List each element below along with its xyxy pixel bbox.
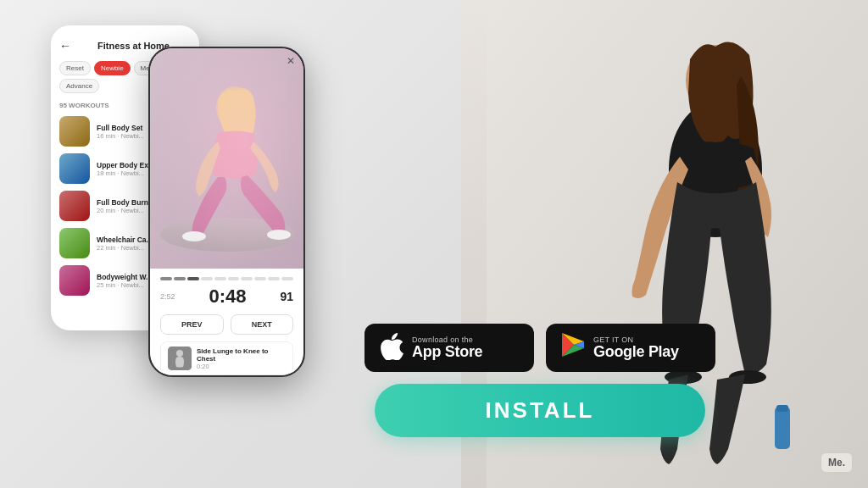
store-buttons: Download on the App Store GET IT ON Goog… xyxy=(364,324,715,372)
google-play-name: Google Play xyxy=(593,344,679,361)
apple-icon xyxy=(380,333,403,363)
nav-buttons: PREV NEXT xyxy=(160,314,293,335)
workout-meta: 18 min · Newbi... xyxy=(97,169,154,177)
next-exercise-duration: 0:20 xyxy=(197,363,286,370)
progress-segment xyxy=(187,277,199,280)
phone-front: ✕ 2:52 0:48 91 PREV xyxy=(148,47,305,377)
workout-thumbnail xyxy=(59,228,90,258)
progress-segment xyxy=(214,277,226,280)
progress-segment xyxy=(174,277,186,280)
progress-segment xyxy=(160,277,172,280)
svg-rect-6 xyxy=(776,405,788,412)
elapsed-time: 2:52 xyxy=(160,292,175,301)
rep-counter: 91 xyxy=(280,290,293,303)
filter-advance[interactable]: Advance xyxy=(59,79,99,93)
app-store-text: Download on the App Store xyxy=(412,336,482,361)
next-exercise-thumbnail xyxy=(168,347,192,370)
me-badge: Me. xyxy=(821,452,853,473)
workout-title: Bodyweight W... xyxy=(97,273,152,281)
next-button[interactable]: NEXT xyxy=(231,314,294,335)
install-button[interactable]: INSTALL xyxy=(375,384,705,437)
app-store-name: App Store xyxy=(412,344,482,361)
back-arrow-icon: ← xyxy=(59,39,71,53)
workout-meta: 16 min · Newbi... xyxy=(97,132,144,140)
workout-thumbnail xyxy=(59,153,90,184)
filter-reset[interactable]: Reset xyxy=(59,61,91,75)
workout-title: Upper Body Ex... xyxy=(97,161,154,169)
workout-meta: 20 min · Newbi... xyxy=(97,207,148,214)
filter-newbie[interactable]: Newbie xyxy=(94,61,131,75)
workout-title: Wheelchair Ca... xyxy=(97,236,153,244)
progress-segment xyxy=(281,277,293,280)
workout-meta: 22 min · Newbi... xyxy=(97,244,153,252)
cta-area: Download on the App Store GET IT ON Goog… xyxy=(364,324,715,437)
progress-bar xyxy=(160,277,293,280)
prev-button[interactable]: PREV xyxy=(160,314,224,335)
google-play-icon xyxy=(561,332,585,363)
next-exercise-name: Side Lunge to Knee to Chest xyxy=(197,347,286,363)
svg-rect-5 xyxy=(775,407,790,449)
svg-point-13 xyxy=(176,350,183,357)
workout-thumbnail xyxy=(59,191,90,221)
close-button[interactable]: ✕ xyxy=(287,55,295,67)
workout-thumbnail xyxy=(59,116,90,147)
workout-title: Full Body Set xyxy=(97,124,144,132)
app-store-button[interactable]: Download on the App Store xyxy=(364,324,534,372)
workout-controls: 2:52 0:48 91 PREV NEXT Side L xyxy=(150,269,303,375)
progress-segment xyxy=(268,277,280,280)
exercise-video: ✕ xyxy=(150,48,303,269)
google-play-button[interactable]: GET IT ON Google Play xyxy=(546,324,715,372)
countdown-timer: 0:48 xyxy=(209,286,246,308)
workout-thumbnail xyxy=(59,265,90,296)
progress-segment xyxy=(254,277,266,280)
progress-segment xyxy=(228,277,240,280)
timer-row: 2:52 0:48 91 xyxy=(160,286,293,308)
progress-segment xyxy=(201,277,213,280)
workout-title: Full Body Burn xyxy=(97,198,148,207)
next-exercise-preview: Side Lunge to Knee to Chest 0:20 xyxy=(160,341,293,375)
workout-meta: 25 min · Newbi... xyxy=(97,281,152,289)
progress-segment xyxy=(241,277,253,280)
google-play-text: GET IT ON Google Play xyxy=(593,336,679,361)
